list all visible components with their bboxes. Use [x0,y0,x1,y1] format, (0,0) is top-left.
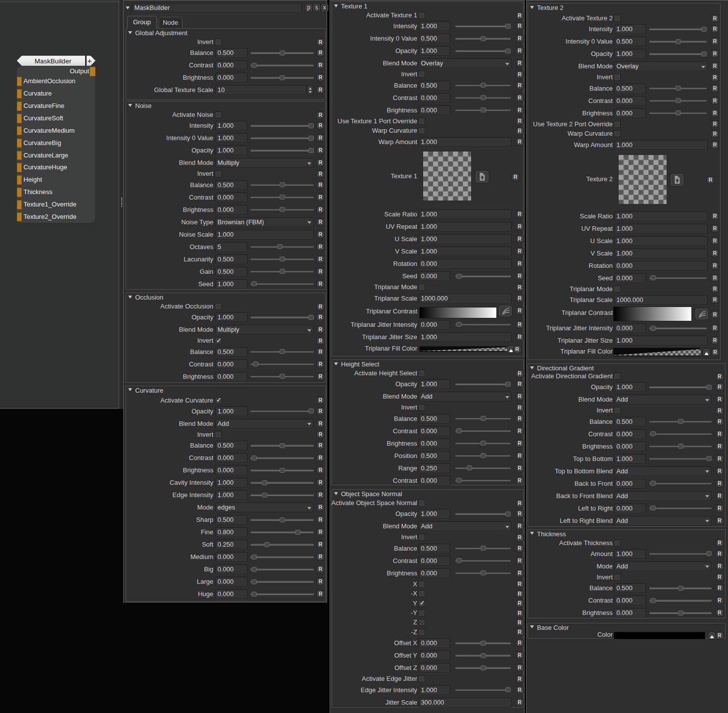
svg-text:MaskBuilder: MaskBuilder [35,57,72,65]
svg-text:+: + [88,56,92,65]
